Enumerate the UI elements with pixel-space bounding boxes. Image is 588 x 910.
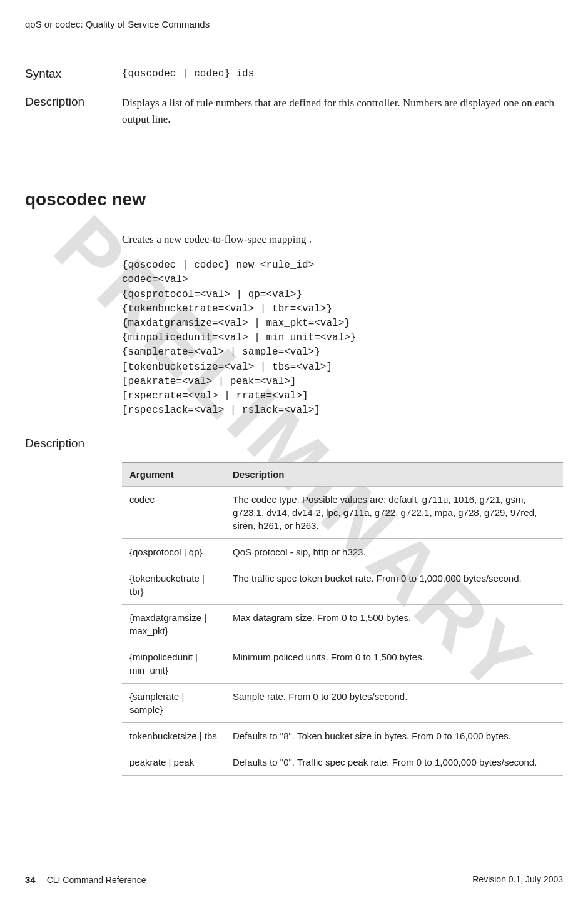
- argument-cell: {samplerate | sample}: [122, 684, 225, 723]
- table-row: {samplerate | sample}Sample rate. From 0…: [122, 684, 563, 723]
- description2-label: Description: [25, 437, 563, 450]
- page-footer: 34 CLI Command Reference Revision 0.1, J…: [25, 874, 563, 885]
- table-row: {tokenbucketrate | tbr}The traffic spec …: [122, 565, 563, 605]
- command-syntax-block: {qoscodec | codec} new <rule_id> codec=<…: [122, 258, 563, 418]
- revision-text: Revision 0.1, July 2003: [472, 874, 563, 885]
- description-text: Displays a list of rule numbers that are…: [122, 95, 563, 127]
- table-row: tokenbucketsize | tbsDefaults to "8". To…: [122, 723, 563, 749]
- doc-title: CLI Command Reference: [47, 875, 146, 885]
- description-cell: Defaults to "8". Token bucket size in by…: [225, 723, 563, 749]
- table-row: peakrate | peakDefaults to "0". Traffic …: [122, 749, 563, 776]
- argument-cell: tokenbucketsize | tbs: [122, 723, 225, 749]
- syntax-code: {qoscodec | codec} ids: [122, 67, 563, 81]
- arguments-table: Argument Description codecThe codec type…: [122, 462, 563, 776]
- page-header: qoS or codec: Quality of Service Command…: [25, 19, 563, 29]
- argument-cell: peakrate | peak: [122, 749, 225, 776]
- description-cell: Sample rate. From 0 to 200 bytes/second.: [225, 684, 563, 723]
- description-cell: QoS protocol - sip, http or h323.: [225, 539, 563, 565]
- syntax-label: Syntax: [25, 67, 122, 81]
- description-label: Description: [25, 95, 122, 127]
- page-number: 34: [25, 874, 36, 885]
- argument-cell: {minpolicedunit | min_unit}: [122, 644, 225, 684]
- description-cell: Minimum policed units. From 0 to 1,500 b…: [225, 644, 563, 684]
- command-intro: Creates a new codec-to-flow-spec mapping…: [122, 233, 563, 246]
- description-cell: Defaults to "0". Traffic spec peak rate.…: [225, 749, 563, 776]
- description-cell: The codec type. Possible values are: def…: [225, 487, 563, 539]
- command-heading: qoscodec new: [25, 190, 563, 210]
- argument-cell: {qosprotocol | qp}: [122, 539, 225, 565]
- argument-cell: codec: [122, 487, 225, 539]
- table-header-argument: Argument: [122, 462, 225, 487]
- table-row: {minpolicedunit | min_unit}Minimum polic…: [122, 644, 563, 684]
- table-row: codecThe codec type. Possible values are…: [122, 487, 563, 539]
- argument-cell: {tokenbucketrate | tbr}: [122, 565, 225, 605]
- argument-cell: {maxdatgramsize | max_pkt}: [122, 605, 225, 644]
- description-cell: The traffic spec token bucket rate. From…: [225, 565, 563, 605]
- table-row: {qosprotocol | qp}QoS protocol - sip, ht…: [122, 539, 563, 565]
- table-header-description: Description: [225, 462, 563, 487]
- description-cell: Max datagram size. From 0 to 1,500 bytes…: [225, 605, 563, 644]
- table-row: {maxdatgramsize | max_pkt}Max datagram s…: [122, 605, 563, 644]
